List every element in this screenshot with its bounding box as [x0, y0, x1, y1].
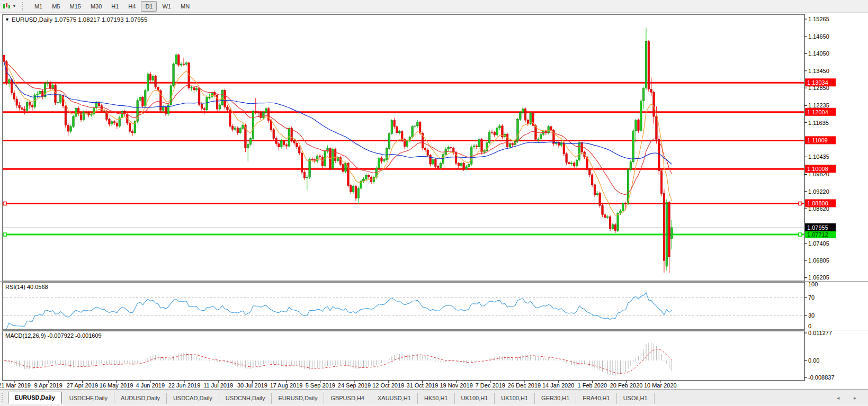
chart-tab-xauusd-h1[interactable]: XAUUSD,H1 [371, 393, 418, 404]
svg-text:1.07955: 1.07955 [807, 224, 828, 231]
timeframe-button-m5[interactable]: M5 [48, 1, 64, 12]
chart-tabs-bar: EURUSD,DailyUSDCHF,DailyAUDUSD,DailyUSDC… [0, 389, 868, 404]
date-tick-label: 5 Sep 2019 [306, 382, 335, 389]
date-tick-label: 7 Dec 2019 [476, 382, 505, 389]
chart-tab-usdcad-daily[interactable]: USDCAD,Daily [167, 393, 219, 404]
date-tick-label: 9 Apr 2019 [34, 382, 62, 389]
chart-tab-usdchf-daily[interactable]: USDCHF,Daily [63, 393, 114, 404]
chart-tab-fra40-h1[interactable]: FRA40,H1 [576, 393, 616, 404]
chart-tab-uk100-h1[interactable]: UK100,H1 [495, 393, 535, 404]
date-tick-label: 4 Jun 2019 [136, 382, 165, 389]
chart-tab-uk100-h1[interactable]: UK100,H1 [455, 393, 495, 404]
price-tick-label: 1.14650 [808, 33, 829, 40]
line-selection-handle[interactable] [799, 233, 802, 236]
line-selection-handle[interactable] [3, 233, 6, 236]
price-tick-label: 1.12235 [808, 102, 829, 109]
price-tick-label: 1.06205 [808, 274, 829, 281]
date-tick-label: 31 Oct 2019 [406, 382, 438, 389]
timeframe-button-m1[interactable]: M1 [30, 1, 47, 12]
timeframe-button-m15[interactable]: M15 [65, 1, 85, 12]
chart-tab-gbpusd-h4[interactable]: GBPUSD,H4 [324, 393, 371, 404]
price-tick-label: 1.06805 [808, 257, 829, 264]
chart-window: ▼EURUSD,Daily 1.07575 1.08217 1.07193 1.… [0, 13, 868, 391]
rsi-tick-label: 0 [808, 323, 811, 329]
rsi-tick-label: 30 [808, 312, 815, 319]
chart-header: ▼EURUSD,Daily 1.07575 1.08217 1.07193 1.… [5, 16, 147, 23]
rsi-panel[interactable] [3, 282, 804, 330]
svg-text:▼: ▼ [5, 17, 10, 22]
chevron-down-icon[interactable]: ▼ [12, 4, 16, 8]
rsi-label: RSI(14) 40.0568 [5, 284, 48, 290]
timeframe-toolbar: ▼ M1M5M15M30H1H4D1W1MN [0, 0, 868, 13]
date-tick-label: 26 Dec 2019 [508, 382, 541, 389]
chart-type-icon[interactable] [2, 3, 11, 10]
svg-text:1.07712: 1.07712 [807, 231, 828, 238]
rsi-tick-label: 70 [808, 294, 815, 301]
macd-tick-label: -0.008837 [808, 374, 835, 381]
svg-text:1.13034: 1.13034 [807, 79, 828, 86]
macd-label: MACD(12,26,9) -0.007922 -0.001609 [5, 332, 102, 339]
timeframe-button-mn[interactable]: MN [176, 1, 194, 12]
svg-text:1.12004: 1.12004 [807, 109, 828, 115]
price-tick-label: 1.11635 [808, 120, 829, 126]
date-tick-label: 16 May 2019 [100, 382, 133, 389]
main-price-panel[interactable] [3, 14, 804, 281]
date-tick-label: 11 Jul 2019 [203, 382, 233, 389]
svg-text:1.11009: 1.11009 [807, 137, 828, 143]
macd-panel[interactable] [3, 331, 804, 381]
timeframe-button-h4[interactable]: H4 [124, 1, 140, 12]
chart-tab-eurusd-daily[interactable]: EURUSD,Daily [8, 392, 62, 404]
date-tick-label: 27 Apr 2019 [67, 382, 98, 389]
date-tick-label: 20 Feb 2020 [610, 382, 643, 389]
timeframe-button-m30[interactable]: M30 [86, 1, 106, 12]
chart-tab-usoil-h1[interactable]: USOil,H1 [617, 393, 655, 404]
date-tick-label: 17 Aug 2019 [270, 382, 303, 389]
rsi-tick-label: 100 [808, 281, 818, 287]
date-tick-label: 21 Mar 2019 [0, 382, 31, 389]
line-selection-handle[interactable] [799, 202, 802, 205]
chart-canvas[interactable]: ▼EURUSD,Daily 1.07575 1.08217 1.07193 1.… [0, 13, 868, 389]
date-tick-label: 22 Jun 2019 [168, 382, 201, 389]
date-tick-label: 10 Mar 2020 [644, 382, 677, 389]
price-tick-label: 1.09220 [808, 188, 829, 195]
macd-tick-label: 0.011277 [808, 330, 832, 336]
macd-tick-label: 0.00 [808, 357, 819, 364]
chart-tab-audusd-daily[interactable]: AUDUSD,Daily [114, 393, 167, 404]
date-tick-label: 1 Feb 2020 [578, 382, 607, 389]
date-tick-label: 12 Oct 2019 [372, 382, 404, 389]
svg-text:1.08800: 1.08800 [807, 200, 828, 206]
chart-tab-eurusd-daily[interactable]: EURUSD,Daily [272, 393, 324, 404]
price-tick-label: 1.07405 [808, 240, 829, 247]
date-tick-label: 24 Sep 2019 [338, 382, 371, 389]
price-tick-label: 1.15265 [808, 16, 829, 22]
chart-title: EURUSD,Daily 1.07575 1.08217 1.07193 1.0… [12, 16, 147, 23]
toolbar-grip[interactable] [22, 2, 25, 11]
tabs-scroll-left-icon[interactable]: ◂ [837, 395, 846, 401]
chart-tab-ger30-h1[interactable]: GER30,H1 [535, 393, 576, 404]
date-tick-label: 19 Nov 2019 [440, 382, 472, 389]
chart-tab-usdcnh-daily[interactable]: USDCNH,Daily [219, 393, 272, 404]
timeframe-button-w1[interactable]: W1 [158, 1, 175, 12]
timeframe-button-d1[interactable]: D1 [141, 1, 157, 12]
chart-tab-hk50-h1[interactable]: HK50,H1 [418, 393, 455, 404]
timeframe-button-h1[interactable]: H1 [107, 1, 123, 12]
date-tick-label: 30 Jul 2019 [237, 382, 267, 389]
svg-text:1.10008: 1.10008 [807, 166, 828, 172]
date-tick-label: 14 Jan 2020 [542, 382, 575, 389]
tabs-scroll-right-icon[interactable]: ▸ [854, 395, 863, 401]
tabbar-grip[interactable] [2, 393, 6, 402]
price-tick-label: 1.14050 [808, 50, 829, 57]
price-tick-label: 1.13450 [808, 68, 829, 74]
line-selection-handle[interactable] [3, 202, 6, 205]
price-tick-label: 1.10435 [808, 154, 829, 160]
